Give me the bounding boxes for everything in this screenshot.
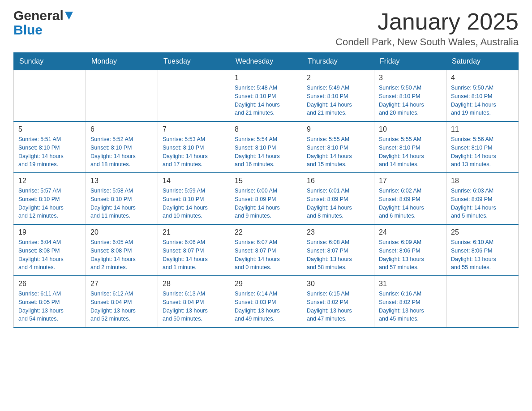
day-number: 6 — [90, 125, 153, 133]
main-title: January 2025 — [335, 9, 519, 34]
table-row: 23Sunrise: 6:08 AMSunset: 8:07 PMDayligh… — [302, 224, 374, 276]
day-info: Sunrise: 6:04 AMSunset: 8:08 PMDaylight:… — [18, 238, 81, 272]
day-info: Sunrise: 5:52 AMSunset: 8:10 PMDaylight:… — [90, 135, 153, 169]
day-info: Sunrise: 6:01 AMSunset: 8:09 PMDaylight:… — [307, 187, 369, 220]
logo-blue-text: Blue — [13, 22, 43, 37]
header-saturday: Saturday — [446, 53, 519, 70]
calendar-week-row: 26Sunrise: 6:11 AMSunset: 8:05 PMDayligh… — [14, 276, 519, 327]
day-number: 27 — [90, 280, 153, 288]
table-row: 14Sunrise: 5:59 AMSunset: 8:10 PMDayligh… — [158, 173, 230, 224]
day-number: 19 — [18, 228, 81, 236]
day-number: 25 — [451, 228, 514, 236]
table-row: 17Sunrise: 6:02 AMSunset: 8:09 PMDayligh… — [374, 173, 446, 224]
day-number: 15 — [235, 177, 297, 185]
table-row: 16Sunrise: 6:01 AMSunset: 8:09 PMDayligh… — [302, 173, 374, 224]
day-number: 5 — [18, 125, 81, 133]
day-info: Sunrise: 5:57 AMSunset: 8:10 PMDaylight:… — [18, 187, 81, 220]
calendar-week-row: 5Sunrise: 5:51 AMSunset: 8:10 PMDaylight… — [14, 121, 519, 173]
day-info: Sunrise: 5:48 AMSunset: 8:10 PMDaylight:… — [235, 84, 297, 117]
day-info: Sunrise: 5:55 AMSunset: 8:10 PMDaylight:… — [379, 135, 442, 169]
day-number: 8 — [235, 125, 297, 133]
table-row: 1Sunrise: 5:48 AMSunset: 8:10 PMDaylight… — [230, 70, 302, 122]
day-info: Sunrise: 5:50 AMSunset: 8:10 PMDaylight:… — [451, 84, 514, 117]
day-info: Sunrise: 6:14 AMSunset: 8:03 PMDaylight:… — [235, 290, 297, 323]
day-info: Sunrise: 6:07 AMSunset: 8:07 PMDaylight:… — [235, 238, 297, 272]
table-row: 3Sunrise: 5:50 AMSunset: 8:10 PMDaylight… — [374, 70, 446, 122]
day-number: 10 — [379, 125, 442, 133]
day-info: Sunrise: 6:13 AMSunset: 8:04 PMDaylight:… — [163, 290, 225, 323]
table-row: 26Sunrise: 6:11 AMSunset: 8:05 PMDayligh… — [14, 276, 86, 327]
day-info: Sunrise: 5:56 AMSunset: 8:10 PMDaylight:… — [451, 135, 514, 169]
day-info: Sunrise: 6:02 AMSunset: 8:09 PMDaylight:… — [379, 187, 442, 220]
day-number: 14 — [163, 177, 225, 185]
day-info: Sunrise: 5:58 AMSunset: 8:10 PMDaylight:… — [90, 187, 153, 220]
table-row: 6Sunrise: 5:52 AMSunset: 8:10 PMDaylight… — [86, 121, 158, 173]
calendar-week-row: 12Sunrise: 5:57 AMSunset: 8:10 PMDayligh… — [14, 173, 519, 224]
day-number: 23 — [307, 228, 369, 236]
table-row: 20Sunrise: 6:05 AMSunset: 8:08 PMDayligh… — [86, 224, 158, 276]
day-info: Sunrise: 5:55 AMSunset: 8:10 PMDaylight:… — [307, 135, 369, 169]
svg-marker-0 — [65, 12, 73, 20]
day-info: Sunrise: 6:00 AMSunset: 8:09 PMDaylight:… — [235, 187, 297, 220]
logo-triangle-icon — [65, 12, 73, 21]
logo: General Blue — [13, 9, 73, 38]
table-row: 13Sunrise: 5:58 AMSunset: 8:10 PMDayligh… — [86, 173, 158, 224]
table-row: 10Sunrise: 5:55 AMSunset: 8:10 PMDayligh… — [374, 121, 446, 173]
table-row: 29Sunrise: 6:14 AMSunset: 8:03 PMDayligh… — [230, 276, 302, 327]
day-info: Sunrise: 5:53 AMSunset: 8:10 PMDaylight:… — [163, 135, 225, 169]
calendar-week-row: 19Sunrise: 6:04 AMSunset: 8:08 PMDayligh… — [14, 224, 519, 276]
logo-general-text: General — [13, 9, 64, 22]
day-number: 26 — [18, 280, 81, 288]
day-info: Sunrise: 5:51 AMSunset: 8:10 PMDaylight:… — [18, 135, 81, 169]
header-wednesday: Wednesday — [230, 53, 302, 70]
table-row: 5Sunrise: 5:51 AMSunset: 8:10 PMDaylight… — [14, 121, 86, 173]
day-number: 2 — [307, 74, 369, 82]
day-info: Sunrise: 6:12 AMSunset: 8:04 PMDaylight:… — [90, 290, 153, 323]
day-info: Sunrise: 5:49 AMSunset: 8:10 PMDaylight:… — [307, 84, 369, 117]
day-info: Sunrise: 6:03 AMSunset: 8:09 PMDaylight:… — [451, 187, 514, 220]
table-row — [86, 70, 158, 122]
day-info: Sunrise: 6:06 AMSunset: 8:07 PMDaylight:… — [163, 238, 225, 272]
table-row: 18Sunrise: 6:03 AMSunset: 8:09 PMDayligh… — [446, 173, 519, 224]
table-row: 12Sunrise: 5:57 AMSunset: 8:10 PMDayligh… — [14, 173, 86, 224]
table-row: 25Sunrise: 6:10 AMSunset: 8:06 PMDayligh… — [446, 224, 519, 276]
table-row: 30Sunrise: 6:15 AMSunset: 8:02 PMDayligh… — [302, 276, 374, 327]
table-row: 19Sunrise: 6:04 AMSunset: 8:08 PMDayligh… — [14, 224, 86, 276]
header-monday: Monday — [86, 53, 158, 70]
title-section: January 2025 Condell Park, New South Wal… — [335, 9, 519, 48]
table-row — [446, 276, 519, 327]
table-row — [158, 70, 230, 122]
day-info: Sunrise: 5:54 AMSunset: 8:10 PMDaylight:… — [235, 135, 297, 169]
header-friday: Friday — [374, 53, 446, 70]
day-number: 28 — [163, 280, 225, 288]
table-row: 11Sunrise: 5:56 AMSunset: 8:10 PMDayligh… — [446, 121, 519, 173]
day-number: 1 — [235, 74, 297, 82]
day-number: 7 — [163, 125, 225, 133]
table-row: 4Sunrise: 5:50 AMSunset: 8:10 PMDaylight… — [446, 70, 519, 122]
calendar-week-row: 1Sunrise: 5:48 AMSunset: 8:10 PMDaylight… — [14, 70, 519, 122]
day-info: Sunrise: 6:10 AMSunset: 8:06 PMDaylight:… — [451, 238, 514, 272]
header-thursday: Thursday — [302, 53, 374, 70]
table-row: 2Sunrise: 5:49 AMSunset: 8:10 PMDaylight… — [302, 70, 374, 122]
table-row: 22Sunrise: 6:07 AMSunset: 8:07 PMDayligh… — [230, 224, 302, 276]
day-info: Sunrise: 5:59 AMSunset: 8:10 PMDaylight:… — [163, 187, 225, 220]
day-info: Sunrise: 5:50 AMSunset: 8:10 PMDaylight:… — [379, 84, 442, 117]
table-row: 8Sunrise: 5:54 AMSunset: 8:10 PMDaylight… — [230, 121, 302, 173]
day-number: 24 — [379, 228, 442, 236]
day-info: Sunrise: 6:16 AMSunset: 8:02 PMDaylight:… — [379, 290, 442, 323]
day-info: Sunrise: 6:09 AMSunset: 8:06 PMDaylight:… — [379, 238, 442, 272]
day-info: Sunrise: 6:05 AMSunset: 8:08 PMDaylight:… — [90, 238, 153, 272]
table-row: 21Sunrise: 6:06 AMSunset: 8:07 PMDayligh… — [158, 224, 230, 276]
day-number: 30 — [307, 280, 369, 288]
day-info: Sunrise: 6:15 AMSunset: 8:02 PMDaylight:… — [307, 290, 369, 323]
calendar: Sunday Monday Tuesday Wednesday Thursday… — [13, 52, 519, 328]
day-number: 16 — [307, 177, 369, 185]
header: General Blue January 2025 Condell Park, … — [13, 9, 519, 48]
table-row: 31Sunrise: 6:16 AMSunset: 8:02 PMDayligh… — [374, 276, 446, 327]
day-number: 3 — [379, 74, 442, 82]
day-number: 4 — [451, 74, 514, 82]
day-number: 13 — [90, 177, 153, 185]
header-sunday: Sunday — [14, 53, 86, 70]
day-number: 21 — [163, 228, 225, 236]
table-row: 9Sunrise: 5:55 AMSunset: 8:10 PMDaylight… — [302, 121, 374, 173]
